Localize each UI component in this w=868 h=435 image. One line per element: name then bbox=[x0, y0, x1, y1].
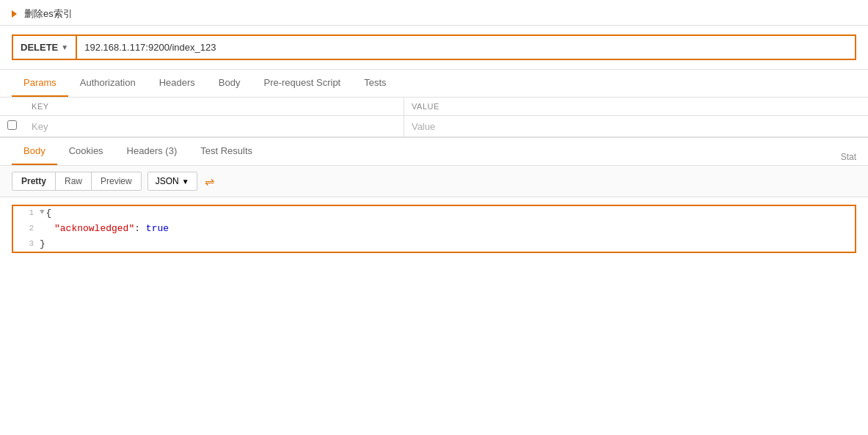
collapse-arrow-1[interactable]: ▼ bbox=[40, 206, 45, 219]
params-value-header: VALUE bbox=[404, 98, 868, 116]
url-input-wrapper bbox=[77, 34, 856, 60]
code-line-1: 1 ▼ { bbox=[13, 206, 855, 222]
code-text-3: } bbox=[40, 237, 45, 252]
tab-authorization[interactable]: Authorization bbox=[68, 70, 147, 97]
response-tabs-row: Body Cookies Headers (3) Test Results St… bbox=[0, 138, 868, 166]
line-num-1: 1 bbox=[19, 206, 34, 220]
line-num-3: 3 bbox=[19, 237, 34, 251]
top-bar: 删除es索引 bbox=[0, 0, 868, 26]
code-block-wrapper: 1 ▼ { 2 "acknowledged" : true 3 } bbox=[12, 205, 856, 253]
json-label: JSON bbox=[156, 176, 179, 186]
tab-body[interactable]: Body bbox=[207, 70, 252, 97]
params-row-checkbox[interactable] bbox=[7, 120, 17, 130]
request-title: 删除es索引 bbox=[24, 7, 73, 21]
request-row: DELETE ▼ bbox=[0, 26, 868, 70]
method-label: DELETE bbox=[21, 42, 58, 53]
params-key-header: KEY bbox=[24, 98, 404, 116]
method-button[interactable]: DELETE ▼ bbox=[12, 34, 77, 60]
params-key-placeholder: Key bbox=[32, 121, 48, 132]
params-empty-row: Key Value bbox=[0, 116, 868, 137]
format-btn-group: Pretty Raw Preview bbox=[12, 172, 142, 191]
tab-response-headers[interactable]: Headers (3) bbox=[115, 138, 189, 165]
code-key-2: "acknowledged" bbox=[54, 222, 134, 237]
tab-response-body[interactable]: Body bbox=[12, 138, 57, 165]
status-label: Stat bbox=[841, 152, 856, 162]
tab-headers[interactable]: Headers bbox=[147, 70, 207, 97]
code-colon-2: : bbox=[134, 222, 146, 237]
params-value-placeholder: Value bbox=[412, 121, 435, 132]
tab-response-cookies[interactable]: Cookies bbox=[57, 138, 115, 165]
code-line-2: 2 "acknowledged" : true bbox=[13, 222, 855, 237]
code-text-1: { bbox=[46, 206, 52, 222]
preview-button[interactable]: Preview bbox=[92, 172, 141, 190]
response-toolbar: Pretty Raw Preview JSON ▼ ⇌ bbox=[0, 166, 868, 197]
json-chevron-icon: ▼ bbox=[182, 178, 189, 186]
response-section: Body Cookies Headers (3) Test Results St… bbox=[0, 137, 868, 285]
tab-response-test-results[interactable]: Test Results bbox=[189, 138, 264, 165]
code-area: 1 ▼ { 2 "acknowledged" : true 3 } bbox=[0, 197, 868, 285]
url-input[interactable] bbox=[77, 36, 855, 59]
code-line-3: 3 } bbox=[13, 237, 855, 252]
method-chevron-icon: ▼ bbox=[61, 43, 68, 51]
pretty-button[interactable]: Pretty bbox=[12, 172, 56, 190]
tab-pre-request-script[interactable]: Pre-request Script bbox=[252, 70, 352, 97]
raw-button[interactable]: Raw bbox=[56, 172, 92, 190]
tab-tests[interactable]: Tests bbox=[352, 70, 398, 97]
request-tabs-row: Params Authorization Headers Body Pre-re… bbox=[0, 70, 868, 98]
line-num-2: 2 bbox=[19, 222, 34, 235]
response-tabs-left: Body Cookies Headers (3) Test Results bbox=[12, 138, 264, 165]
triangle-icon bbox=[12, 10, 17, 18]
code-val-2: true bbox=[146, 222, 169, 237]
json-select-button[interactable]: JSON ▼ bbox=[147, 172, 197, 191]
response-tabs-right: Stat bbox=[841, 152, 856, 165]
wrap-icon[interactable]: ⇌ bbox=[205, 175, 214, 189]
params-table: KEY VALUE Key Value bbox=[0, 98, 868, 137]
params-checkbox-header bbox=[0, 98, 24, 116]
tab-params[interactable]: Params bbox=[12, 70, 68, 97]
